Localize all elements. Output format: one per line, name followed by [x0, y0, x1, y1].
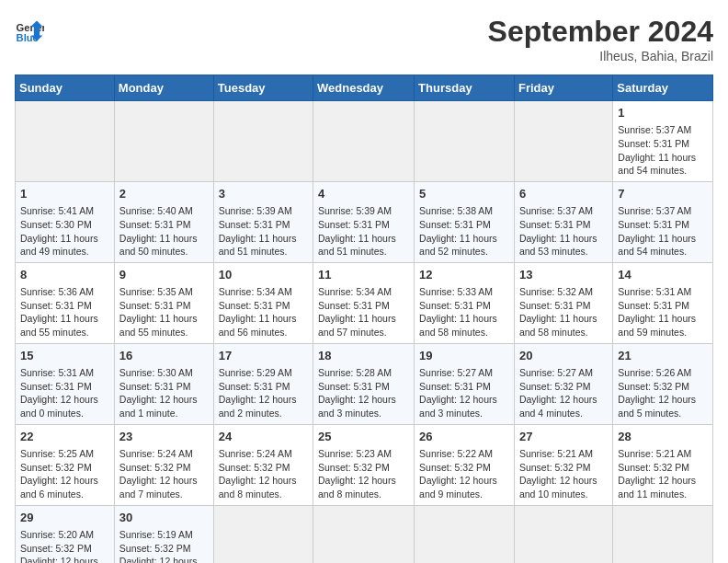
table-row: 2 Sunrise: 5:40 AMSunset: 5:31 PMDayligh…: [114, 181, 213, 262]
col-sunday: Sunday: [16, 75, 115, 101]
calendar-table: Sunday Monday Tuesday Wednesday Thursday…: [15, 75, 713, 563]
table-row: 14 Sunrise: 5:31 AMSunset: 5:31 PMDaylig…: [613, 262, 713, 343]
table-row: 1 Sunrise: 5:37 AMSunset: 5:31 PMDayligh…: [613, 101, 713, 182]
table-row: 19 Sunrise: 5:27 AMSunset: 5:31 PMDaylig…: [415, 343, 515, 424]
table-row: 3 Sunrise: 5:39 AMSunset: 5:31 PMDayligh…: [213, 181, 313, 262]
col-monday: Monday: [114, 75, 213, 101]
table-row: 24 Sunrise: 5:24 AMSunset: 5:32 PMDaylig…: [213, 424, 313, 505]
month-title: September 2024: [488, 15, 713, 49]
table-row: 12 Sunrise: 5:33 AMSunset: 5:31 PMDaylig…: [415, 262, 515, 343]
logo: General Blue: [15, 15, 48, 44]
svg-text:General: General: [17, 22, 44, 33]
table-row: [16, 101, 115, 182]
table-row: [415, 101, 515, 182]
table-row: 15 Sunrise: 5:31 AMSunset: 5:31 PMDaylig…: [16, 343, 713, 424]
table-row: [114, 101, 213, 182]
table-row: 15 Sunrise: 5:31 AMSunset: 5:31 PMDaylig…: [16, 343, 115, 424]
table-row: 4 Sunrise: 5:39 AMSunset: 5:31 PMDayligh…: [313, 181, 415, 262]
table-row: 1 Sunrise: 5:37 AMSunset: 5:31 PMDayligh…: [16, 101, 713, 182]
table-row: [213, 101, 313, 182]
table-row: 26 Sunrise: 5:22 AMSunset: 5:32 PMDaylig…: [415, 424, 515, 505]
table-row: 17 Sunrise: 5:29 AMSunset: 5:31 PMDaylig…: [213, 343, 313, 424]
location: Ilheus, Bahia, Brazil: [488, 49, 713, 63]
page-header: General Blue September 2024 Ilheus, Bahi…: [15, 15, 713, 63]
table-row: 21 Sunrise: 5:26 AMSunset: 5:32 PMDaylig…: [613, 343, 713, 424]
table-row: 10 Sunrise: 5:34 AMSunset: 5:31 PMDaylig…: [213, 262, 313, 343]
table-row: 6 Sunrise: 5:37 AMSunset: 5:31 PMDayligh…: [514, 181, 612, 262]
table-row: 11 Sunrise: 5:34 AMSunset: 5:31 PMDaylig…: [313, 262, 415, 343]
table-row: 8 Sunrise: 5:36 AMSunset: 5:31 PMDayligh…: [16, 262, 713, 343]
table-row: [514, 505, 612, 563]
table-row: [415, 505, 515, 563]
col-tuesday: Tuesday: [213, 75, 313, 101]
title-block: September 2024 Ilheus, Bahia, Brazil: [488, 15, 713, 63]
table-row: 25 Sunrise: 5:23 AMSunset: 5:32 PMDaylig…: [313, 424, 415, 505]
table-row: 20 Sunrise: 5:27 AMSunset: 5:32 PMDaylig…: [514, 343, 612, 424]
table-row: 29 Sunrise: 5:20 AMSunset: 5:32 PMDaylig…: [16, 505, 115, 563]
table-row: 28 Sunrise: 5:21 AMSunset: 5:32 PMDaylig…: [613, 424, 713, 505]
table-row: 13 Sunrise: 5:32 AMSunset: 5:31 PMDaylig…: [514, 262, 612, 343]
logo-icon: General Blue: [15, 15, 44, 44]
col-friday: Friday: [514, 75, 612, 101]
table-row: 9 Sunrise: 5:35 AMSunset: 5:31 PMDayligh…: [114, 262, 213, 343]
table-row: 22 Sunrise: 5:25 AMSunset: 5:32 PMDaylig…: [16, 424, 713, 505]
col-wednesday: Wednesday: [313, 75, 415, 101]
table-row: [213, 505, 313, 563]
table-row: 22 Sunrise: 5:25 AMSunset: 5:32 PMDaylig…: [16, 424, 115, 505]
table-row: 5 Sunrise: 5:38 AMSunset: 5:31 PMDayligh…: [415, 181, 515, 262]
table-row: 1 Sunrise: 5:41 AMSunset: 5:30 PMDayligh…: [16, 181, 713, 262]
table-row: 30 Sunrise: 5:19 AMSunset: 5:32 PMDaylig…: [114, 505, 213, 563]
table-row: 7 Sunrise: 5:37 AMSunset: 5:31 PMDayligh…: [613, 181, 713, 262]
table-row: [313, 505, 415, 563]
table-row: 1 Sunrise: 5:41 AMSunset: 5:30 PMDayligh…: [16, 181, 115, 262]
col-thursday: Thursday: [415, 75, 515, 101]
table-row: 23 Sunrise: 5:24 AMSunset: 5:32 PMDaylig…: [114, 424, 213, 505]
table-row: 27 Sunrise: 5:21 AMSunset: 5:32 PMDaylig…: [514, 424, 612, 505]
table-row: [514, 101, 612, 182]
table-row: 16 Sunrise: 5:30 AMSunset: 5:31 PMDaylig…: [114, 343, 213, 424]
table-row: [613, 505, 713, 563]
table-row: 29 Sunrise: 5:20 AMSunset: 5:32 PMDaylig…: [16, 505, 713, 563]
table-row: 8 Sunrise: 5:36 AMSunset: 5:31 PMDayligh…: [16, 262, 115, 343]
table-row: 18 Sunrise: 5:28 AMSunset: 5:31 PMDaylig…: [313, 343, 415, 424]
table-row: [313, 101, 415, 182]
col-saturday: Saturday: [613, 75, 713, 101]
